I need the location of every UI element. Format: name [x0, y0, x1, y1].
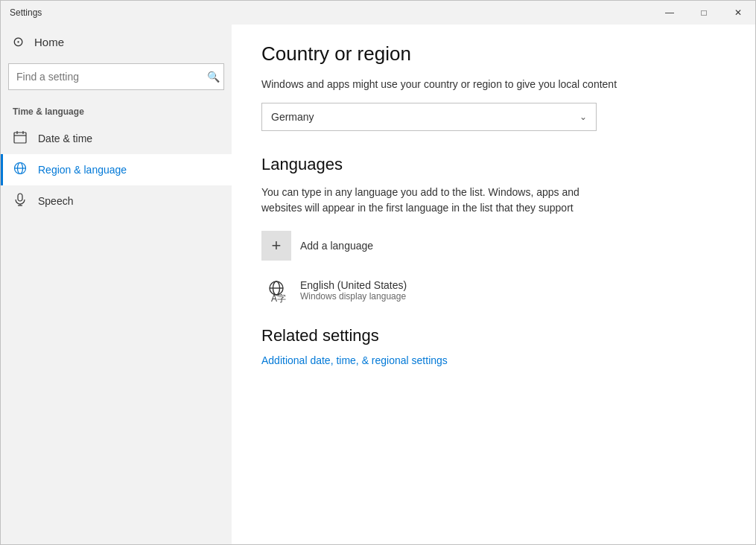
sidebar-section-header: Time & language	[1, 98, 232, 123]
dropdown-chevron-icon: ⌄	[579, 112, 587, 122]
minimize-button[interactable]: —	[652, 1, 687, 25]
country-description: Windows and apps might use your country …	[261, 77, 725, 92]
search-icon[interactable]: 🔍	[207, 71, 220, 83]
settings-window: Settings — □ ✕ ⊙ Home 🔍 Time & language	[0, 0, 756, 545]
home-icon: ⊙	[13, 34, 24, 50]
language-name: English (United States)	[300, 279, 407, 291]
home-nav-item[interactable]: ⊙ Home	[1, 25, 232, 59]
region-language-icon	[13, 162, 28, 178]
svg-text:A字: A字	[271, 293, 286, 304]
language-item: A字 English (United States) Windows displ…	[261, 275, 725, 305]
related-settings-title: Related settings	[261, 326, 725, 345]
speech-icon	[13, 193, 28, 209]
language-icon: A字	[261, 275, 291, 305]
add-language-icon: +	[261, 231, 291, 261]
selected-country: Germany	[271, 111, 314, 123]
titlebar-title: Settings	[10, 7, 42, 18]
svg-rect-7	[18, 194, 22, 201]
titlebar: Settings — □ ✕	[1, 1, 755, 25]
search-box: 🔍	[8, 63, 224, 90]
related-settings-link[interactable]: Additional date, time, & regional settin…	[261, 354, 448, 366]
content-area: ⊙ Home 🔍 Time & language	[1, 25, 755, 544]
language-subtitle: Windows display language	[300, 291, 407, 302]
add-language-label: Add a language	[300, 240, 373, 252]
page-title: Country or region	[261, 42, 725, 66]
sidebar-item-date-time[interactable]: Date & time	[1, 123, 232, 154]
language-info: English (United States) Windows display …	[300, 279, 407, 302]
svg-rect-0	[14, 133, 26, 143]
home-label: Home	[34, 36, 64, 48]
date-time-label: Date & time	[38, 133, 92, 144]
sidebar-item-speech[interactable]: Speech	[1, 185, 232, 217]
sidebar-item-region-language[interactable]: Region & language	[1, 154, 232, 185]
languages-description: You can type in any language you add to …	[261, 185, 589, 216]
languages-title: Languages	[261, 155, 725, 174]
search-input[interactable]	[8, 63, 224, 90]
country-dropdown[interactable]: Germany ⌄	[261, 103, 597, 131]
add-language-button[interactable]: + Add a language	[261, 231, 725, 261]
speech-label: Speech	[38, 195, 73, 207]
region-language-label: Region & language	[38, 164, 127, 176]
maximize-button[interactable]: □	[687, 1, 721, 25]
sidebar: ⊙ Home 🔍 Time & language	[1, 25, 232, 544]
titlebar-controls: — □ ✕	[652, 1, 755, 25]
date-time-icon	[13, 130, 28, 147]
close-button[interactable]: ✕	[721, 1, 755, 25]
main-content: Country or region Windows and apps might…	[232, 25, 755, 544]
